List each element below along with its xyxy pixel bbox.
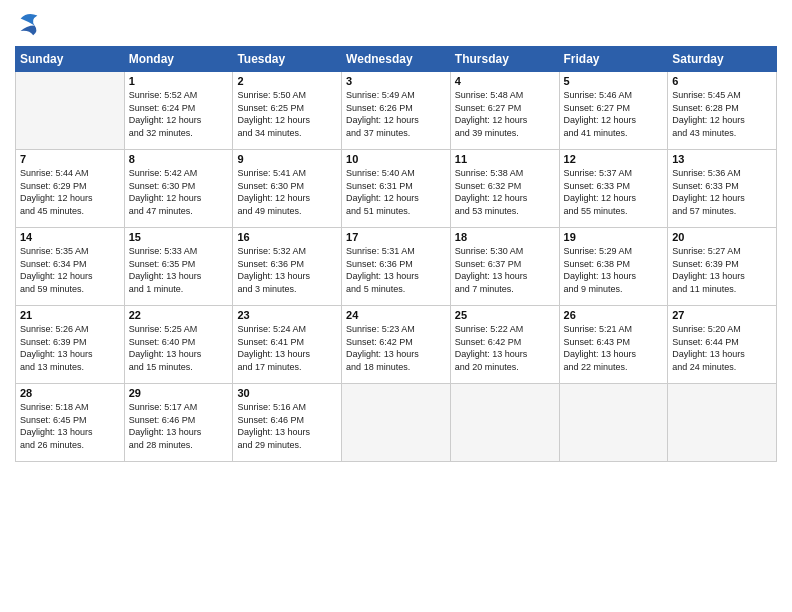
day-info: Sunrise: 5:36 AM Sunset: 6:33 PM Dayligh… <box>672 167 772 217</box>
day-number: 25 <box>455 309 555 321</box>
calendar-cell: 22Sunrise: 5:25 AM Sunset: 6:40 PM Dayli… <box>124 306 233 384</box>
day-number: 23 <box>237 309 337 321</box>
calendar-cell <box>16 72 125 150</box>
day-info: Sunrise: 5:22 AM Sunset: 6:42 PM Dayligh… <box>455 323 555 373</box>
calendar-week-row: 14Sunrise: 5:35 AM Sunset: 6:34 PM Dayli… <box>16 228 777 306</box>
day-info: Sunrise: 5:40 AM Sunset: 6:31 PM Dayligh… <box>346 167 446 217</box>
header <box>15 10 777 38</box>
day-info: Sunrise: 5:32 AM Sunset: 6:36 PM Dayligh… <box>237 245 337 295</box>
day-info: Sunrise: 5:44 AM Sunset: 6:29 PM Dayligh… <box>20 167 120 217</box>
calendar-week-row: 21Sunrise: 5:26 AM Sunset: 6:39 PM Dayli… <box>16 306 777 384</box>
calendar-cell: 17Sunrise: 5:31 AM Sunset: 6:36 PM Dayli… <box>342 228 451 306</box>
calendar-cell: 14Sunrise: 5:35 AM Sunset: 6:34 PM Dayli… <box>16 228 125 306</box>
day-number: 10 <box>346 153 446 165</box>
day-info: Sunrise: 5:35 AM Sunset: 6:34 PM Dayligh… <box>20 245 120 295</box>
calendar-cell <box>668 384 777 462</box>
calendar-cell: 30Sunrise: 5:16 AM Sunset: 6:46 PM Dayli… <box>233 384 342 462</box>
day-info: Sunrise: 5:41 AM Sunset: 6:30 PM Dayligh… <box>237 167 337 217</box>
calendar-cell: 27Sunrise: 5:20 AM Sunset: 6:44 PM Dayli… <box>668 306 777 384</box>
calendar-cell: 10Sunrise: 5:40 AM Sunset: 6:31 PM Dayli… <box>342 150 451 228</box>
calendar-table: SundayMondayTuesdayWednesdayThursdayFrid… <box>15 46 777 462</box>
day-number: 20 <box>672 231 772 243</box>
day-info: Sunrise: 5:20 AM Sunset: 6:44 PM Dayligh… <box>672 323 772 373</box>
day-info: Sunrise: 5:38 AM Sunset: 6:32 PM Dayligh… <box>455 167 555 217</box>
calendar-cell: 26Sunrise: 5:21 AM Sunset: 6:43 PM Dayli… <box>559 306 668 384</box>
calendar-cell: 28Sunrise: 5:18 AM Sunset: 6:45 PM Dayli… <box>16 384 125 462</box>
day-info: Sunrise: 5:31 AM Sunset: 6:36 PM Dayligh… <box>346 245 446 295</box>
day-number: 18 <box>455 231 555 243</box>
day-number: 8 <box>129 153 229 165</box>
calendar-cell: 9Sunrise: 5:41 AM Sunset: 6:30 PM Daylig… <box>233 150 342 228</box>
calendar-cell: 5Sunrise: 5:46 AM Sunset: 6:27 PM Daylig… <box>559 72 668 150</box>
day-number: 19 <box>564 231 664 243</box>
day-number: 4 <box>455 75 555 87</box>
calendar-cell: 4Sunrise: 5:48 AM Sunset: 6:27 PM Daylig… <box>450 72 559 150</box>
calendar-week-row: 28Sunrise: 5:18 AM Sunset: 6:45 PM Dayli… <box>16 384 777 462</box>
day-info: Sunrise: 5:33 AM Sunset: 6:35 PM Dayligh… <box>129 245 229 295</box>
day-number: 7 <box>20 153 120 165</box>
day-info: Sunrise: 5:27 AM Sunset: 6:39 PM Dayligh… <box>672 245 772 295</box>
calendar-cell <box>559 384 668 462</box>
calendar-cell: 23Sunrise: 5:24 AM Sunset: 6:41 PM Dayli… <box>233 306 342 384</box>
day-number: 1 <box>129 75 229 87</box>
day-number: 27 <box>672 309 772 321</box>
day-number: 6 <box>672 75 772 87</box>
day-number: 26 <box>564 309 664 321</box>
day-info: Sunrise: 5:37 AM Sunset: 6:33 PM Dayligh… <box>564 167 664 217</box>
calendar-cell: 8Sunrise: 5:42 AM Sunset: 6:30 PM Daylig… <box>124 150 233 228</box>
weekday-header: Sunday <box>16 47 125 72</box>
day-info: Sunrise: 5:26 AM Sunset: 6:39 PM Dayligh… <box>20 323 120 373</box>
calendar-cell: 18Sunrise: 5:30 AM Sunset: 6:37 PM Dayli… <box>450 228 559 306</box>
calendar-cell: 29Sunrise: 5:17 AM Sunset: 6:46 PM Dayli… <box>124 384 233 462</box>
calendar-cell <box>450 384 559 462</box>
day-number: 29 <box>129 387 229 399</box>
weekday-header: Thursday <box>450 47 559 72</box>
weekday-row: SundayMondayTuesdayWednesdayThursdayFrid… <box>16 47 777 72</box>
day-info: Sunrise: 5:16 AM Sunset: 6:46 PM Dayligh… <box>237 401 337 451</box>
day-number: 11 <box>455 153 555 165</box>
day-info: Sunrise: 5:49 AM Sunset: 6:26 PM Dayligh… <box>346 89 446 139</box>
calendar-body: 1Sunrise: 5:52 AM Sunset: 6:24 PM Daylig… <box>16 72 777 462</box>
day-number: 12 <box>564 153 664 165</box>
calendar-cell: 2Sunrise: 5:50 AM Sunset: 6:25 PM Daylig… <box>233 72 342 150</box>
day-info: Sunrise: 5:25 AM Sunset: 6:40 PM Dayligh… <box>129 323 229 373</box>
calendar-cell: 13Sunrise: 5:36 AM Sunset: 6:33 PM Dayli… <box>668 150 777 228</box>
calendar-cell: 21Sunrise: 5:26 AM Sunset: 6:39 PM Dayli… <box>16 306 125 384</box>
day-info: Sunrise: 5:23 AM Sunset: 6:42 PM Dayligh… <box>346 323 446 373</box>
calendar-cell: 1Sunrise: 5:52 AM Sunset: 6:24 PM Daylig… <box>124 72 233 150</box>
day-number: 16 <box>237 231 337 243</box>
calendar-cell: 3Sunrise: 5:49 AM Sunset: 6:26 PM Daylig… <box>342 72 451 150</box>
weekday-header: Saturday <box>668 47 777 72</box>
calendar-week-row: 7Sunrise: 5:44 AM Sunset: 6:29 PM Daylig… <box>16 150 777 228</box>
calendar-cell: 15Sunrise: 5:33 AM Sunset: 6:35 PM Dayli… <box>124 228 233 306</box>
calendar-cell: 11Sunrise: 5:38 AM Sunset: 6:32 PM Dayli… <box>450 150 559 228</box>
weekday-header: Friday <box>559 47 668 72</box>
day-number: 5 <box>564 75 664 87</box>
day-info: Sunrise: 5:21 AM Sunset: 6:43 PM Dayligh… <box>564 323 664 373</box>
day-number: 24 <box>346 309 446 321</box>
page: SundayMondayTuesdayWednesdayThursdayFrid… <box>0 0 792 612</box>
calendar-header: SundayMondayTuesdayWednesdayThursdayFrid… <box>16 47 777 72</box>
day-info: Sunrise: 5:45 AM Sunset: 6:28 PM Dayligh… <box>672 89 772 139</box>
weekday-header: Tuesday <box>233 47 342 72</box>
weekday-header: Wednesday <box>342 47 451 72</box>
day-info: Sunrise: 5:30 AM Sunset: 6:37 PM Dayligh… <box>455 245 555 295</box>
weekday-header: Monday <box>124 47 233 72</box>
day-number: 17 <box>346 231 446 243</box>
day-number: 22 <box>129 309 229 321</box>
day-number: 13 <box>672 153 772 165</box>
calendar-week-row: 1Sunrise: 5:52 AM Sunset: 6:24 PM Daylig… <box>16 72 777 150</box>
day-number: 15 <box>129 231 229 243</box>
calendar-cell: 25Sunrise: 5:22 AM Sunset: 6:42 PM Dayli… <box>450 306 559 384</box>
day-info: Sunrise: 5:48 AM Sunset: 6:27 PM Dayligh… <box>455 89 555 139</box>
calendar-cell: 16Sunrise: 5:32 AM Sunset: 6:36 PM Dayli… <box>233 228 342 306</box>
day-info: Sunrise: 5:42 AM Sunset: 6:30 PM Dayligh… <box>129 167 229 217</box>
calendar-cell: 6Sunrise: 5:45 AM Sunset: 6:28 PM Daylig… <box>668 72 777 150</box>
calendar-cell: 19Sunrise: 5:29 AM Sunset: 6:38 PM Dayli… <box>559 228 668 306</box>
day-info: Sunrise: 5:46 AM Sunset: 6:27 PM Dayligh… <box>564 89 664 139</box>
day-number: 28 <box>20 387 120 399</box>
calendar-cell: 12Sunrise: 5:37 AM Sunset: 6:33 PM Dayli… <box>559 150 668 228</box>
day-number: 14 <box>20 231 120 243</box>
calendar-cell <box>342 384 451 462</box>
day-info: Sunrise: 5:52 AM Sunset: 6:24 PM Dayligh… <box>129 89 229 139</box>
